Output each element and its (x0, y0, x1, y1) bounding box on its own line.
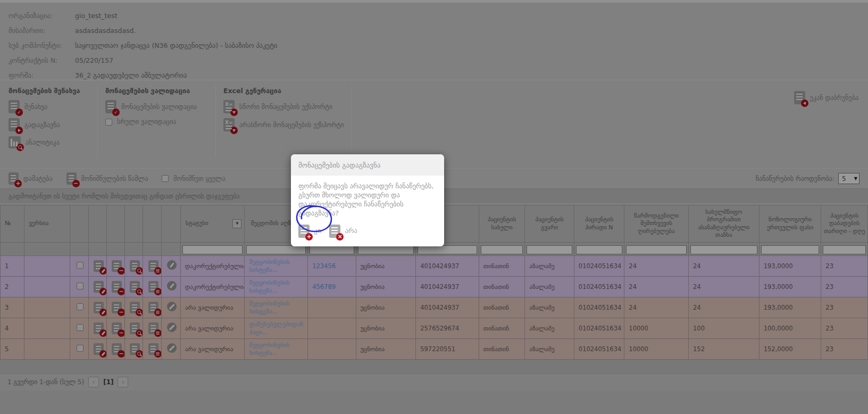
yes-button[interactable]: კი (298, 225, 321, 238)
yes-doc-icon (298, 225, 310, 238)
dialog-title: მონაცემების გადაგზავნა (291, 154, 444, 176)
dialog-message-line1: ფორმა შეიცავს არავალიდურ ჩანაწერებს, (298, 182, 437, 191)
plus-badge-icon (305, 233, 313, 241)
send-confirmation-dialog: მონაცემების გადაგზავნა ფორმა შეიცავს არა… (291, 154, 444, 246)
dialog-message-line3: დაკორექტირებული ჩანაწერების გადაგზავნა? (298, 200, 437, 218)
x-badge-icon (336, 233, 344, 241)
no-label: არა (345, 226, 357, 236)
no-doc-icon (329, 225, 340, 238)
yes-label: კი (314, 226, 321, 236)
dialog-message-line2: გსურთ მხოლოდ ვალიდური და (298, 191, 437, 200)
no-button[interactable]: არა (329, 225, 357, 238)
